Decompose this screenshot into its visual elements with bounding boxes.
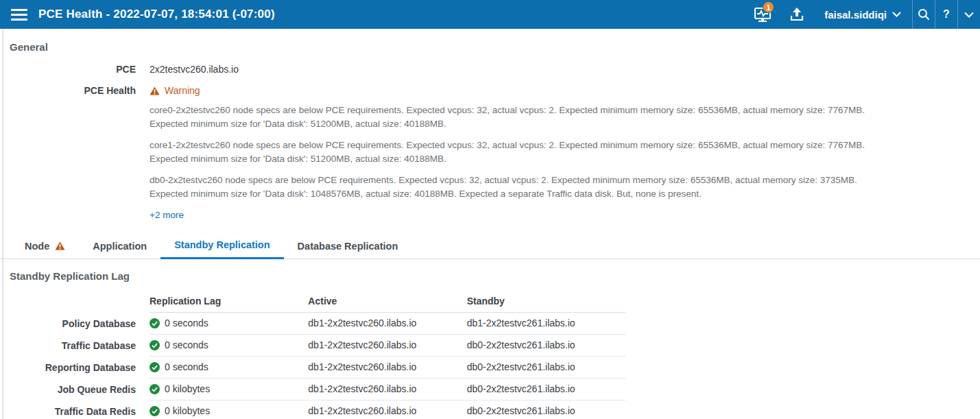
active-node-value: db1-2x2testvc260.ilabs.io <box>308 339 466 350</box>
health-monitor-button[interactable]: 1 <box>745 0 780 29</box>
tab-standby-replication[interactable]: Standby Replication <box>160 235 283 259</box>
notification-badge: 1 <box>763 1 774 13</box>
row-label: Reporting Database <box>0 362 150 373</box>
pce-value: 2x2testvc260.ilabs.io <box>150 64 239 75</box>
pce-health-status-text: Warning <box>165 85 200 96</box>
warning-message: core1-2x2testvc260 node specs are below … <box>150 139 892 166</box>
success-check-icon <box>150 318 160 328</box>
pce-health-field-row: PCE Health Warning core0-2x2testvc260 no… <box>0 85 980 220</box>
topbar-actions: 1 faisal.siddiqi ? <box>745 0 980 29</box>
chevron-down-icon <box>892 12 901 17</box>
replication-lag-value: 0 seconds <box>165 361 208 372</box>
export-button[interactable] <box>780 0 813 29</box>
username-label: faisal.siddiqi <box>824 9 887 21</box>
row-label: Job Queue Redis <box>0 384 150 395</box>
top-navbar: PCE Health - 2022-07-07, 18:54:01 (-07:0… <box>0 0 980 29</box>
warning-messages: core0-2x2testvc260 node specs are below … <box>150 104 892 201</box>
standby-node-value: db0-2x2testvc261.ilabs.io <box>467 405 625 416</box>
pce-field-row: PCE 2x2testvc260.ilabs.io <box>0 64 980 75</box>
table-header-row: Replication Lag Active Standby <box>0 291 980 313</box>
success-check-icon <box>150 406 160 416</box>
warning-triangle-icon <box>150 86 160 95</box>
collapse-header-button[interactable] <box>957 0 980 29</box>
tab-application-label: Application <box>93 241 147 252</box>
table-row: Job Queue Redis 0 kilobytes db1-2x2testv… <box>0 379 980 400</box>
standby-node-value: db0-2x2testvc261.ilabs.io <box>467 361 625 372</box>
help-icon: ? <box>943 8 950 21</box>
upload-icon <box>789 6 804 23</box>
active-node-value: db1-2x2testvc260.ilabs.io <box>308 318 466 328</box>
table-row: Traffic Data Redis 0 kilobytes db1-2x2te… <box>0 400 980 419</box>
row-label: Traffic Data Redis <box>0 406 150 417</box>
replication-lag-value: 0 seconds <box>165 318 208 328</box>
tab-node[interactable]: Node <box>11 235 79 259</box>
tab-database-replication[interactable]: Database Replication <box>284 235 412 259</box>
pce-health-label: PCE Health <box>0 85 150 96</box>
help-button[interactable]: ? <box>935 0 957 29</box>
active-node-value: db1-2x2testvc260.ilabs.io <box>308 405 466 416</box>
warning-triangle-icon <box>55 241 65 250</box>
table-row: Reporting Database 0 seconds db1-2x2test… <box>0 357 980 379</box>
pce-label: PCE <box>0 64 150 75</box>
standby-replication-table: Replication Lag Active Standby Policy Da… <box>0 291 980 419</box>
chevron-down-icon <box>964 12 974 18</box>
column-header-standby: Standby <box>467 296 625 307</box>
page-title: PCE Health - 2022-07-07, 18:54:01 (-07:0… <box>38 8 275 21</box>
active-node-value: db1-2x2testvc260.ilabs.io <box>308 361 466 372</box>
column-header-replication-lag: Replication Lag <box>150 296 308 307</box>
health-tabs: Node Application Standby Replication Dat… <box>0 235 980 259</box>
more-warnings-link[interactable]: +2 more <box>150 210 184 220</box>
general-section-title: General <box>10 41 980 53</box>
tab-node-label: Node <box>25 241 49 252</box>
table-row: Traffic Database 0 seconds db1-2x2testvc… <box>0 335 980 357</box>
search-icon <box>918 8 930 21</box>
hamburger-menu-button[interactable] <box>0 0 38 29</box>
warning-message: core0-2x2testvc260 node specs are below … <box>150 104 892 131</box>
success-check-icon <box>150 384 160 394</box>
left-edge-rail <box>2 29 3 419</box>
warning-message: db0-2x2testvc260 node specs are below PC… <box>150 173 892 201</box>
active-node-value: db1-2x2testvc260.ilabs.io <box>308 383 466 394</box>
success-check-icon <box>150 340 160 350</box>
tab-application[interactable]: Application <box>79 235 160 259</box>
row-label: Traffic Database <box>0 340 150 351</box>
standby-node-value: db0-2x2testvc261.ilabs.io <box>467 339 625 350</box>
success-check-icon <box>150 362 160 372</box>
replication-lag-value: 0 kilobytes <box>165 405 210 416</box>
page-content: General PCE 2x2testvc260.ilabs.io PCE He… <box>0 29 980 419</box>
search-button[interactable] <box>912 0 935 29</box>
standby-section-title: Standby Replication Lag <box>10 270 980 282</box>
column-header-active: Active <box>308 296 466 307</box>
table-row: Policy Database 0 seconds db1-2x2testvc2… <box>0 313 980 335</box>
replication-lag-value: 0 seconds <box>165 339 208 350</box>
tab-database-replication-label: Database Replication <box>298 241 398 252</box>
pce-health-status: Warning <box>150 85 892 96</box>
user-menu[interactable]: faisal.siddiqi <box>813 0 912 29</box>
tab-standby-replication-label: Standby Replication <box>174 239 270 250</box>
row-label: Policy Database <box>0 318 150 329</box>
standby-node-value: db1-2x2testvc261.ilabs.io <box>467 318 625 328</box>
replication-lag-value: 0 kilobytes <box>165 383 210 394</box>
hamburger-icon <box>11 6 27 23</box>
standby-node-value: db0-2x2testvc261.ilabs.io <box>467 383 625 394</box>
